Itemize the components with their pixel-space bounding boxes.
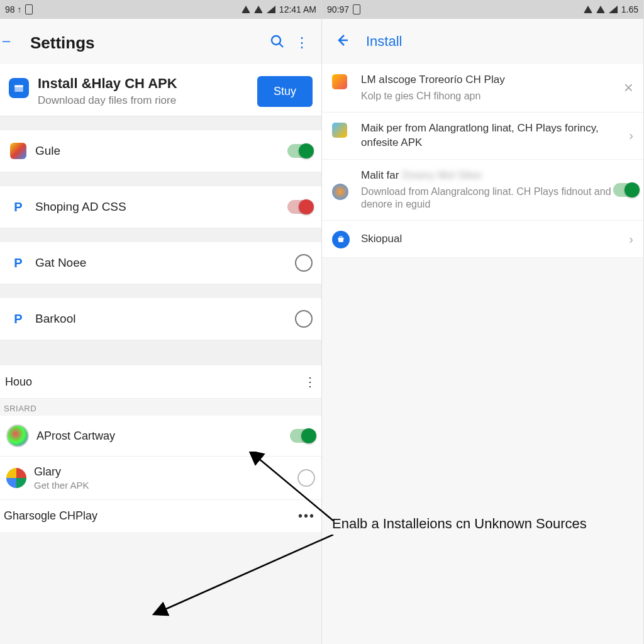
shop-icon: [332, 231, 350, 248]
battery-icon: [25, 4, 33, 14]
app-row-aprost[interactable]: AProst Cartway: [0, 416, 321, 457]
section-header-houo[interactable]: Houo ⋮: [0, 365, 321, 399]
install-row-0[interactable]: LM aIscoge Troreorío CH Play Kolp te gie…: [322, 64, 643, 113]
app-row-glary[interactable]: Glary Get ther APK: [0, 457, 321, 500]
annotation-text: Enalb a Installeions cn Unknown Sources: [332, 516, 587, 532]
back-icon[interactable]: –: [3, 33, 10, 49]
svg-point-0: [272, 36, 280, 45]
more-icon[interactable]: ⋮: [290, 30, 313, 56]
battery-icon: [353, 4, 360, 14]
chevron-right-icon: ›: [629, 232, 633, 247]
section-spacer: [0, 172, 321, 186]
row-label: Shoping AD CSS: [35, 200, 287, 214]
row-subtitle: Download from Alangralcong linat. CH Pla…: [361, 186, 613, 212]
section-spacer: [0, 284, 321, 298]
wifi-icon: [596, 6, 605, 13]
app-icon: P: [9, 309, 28, 328]
svg-line-1: [279, 43, 283, 47]
app-icon: [332, 184, 350, 201]
radio-button[interactable]: [297, 469, 315, 487]
status-time: 1.65: [621, 4, 638, 14]
wifi-icon: [254, 6, 263, 13]
app-subtitle: Get ther APK: [34, 480, 297, 491]
status-bar: 90:97 1.65: [322, 0, 643, 19]
apk-box-icon: [9, 78, 29, 98]
app-icon: P: [9, 197, 28, 216]
row-label: Gat Noee: [35, 256, 295, 270]
status-time: 12:41 AM: [279, 4, 316, 14]
category-label: SRIARD: [0, 399, 321, 416]
app-bar: Install: [322, 19, 643, 64]
row-title: Maik per from Alangratlong linat, CH Pla…: [361, 121, 624, 150]
install-row-1[interactable]: Maik per from Alangratlong linat, CH Pla…: [322, 113, 643, 160]
row-title: LM aIscoge Troreorío CH Play: [361, 73, 619, 87]
toggle-switch[interactable]: [287, 200, 313, 214]
toggle-switch[interactable]: [290, 429, 315, 443]
promo-title: Install &Hlay CH APK: [38, 75, 257, 92]
app-row-gharsogle[interactable]: Gharsogle CHPlay •••: [0, 500, 321, 532]
wifi-icon: [584, 6, 592, 13]
section-label: Houo: [5, 375, 304, 389]
section-spacer: [0, 228, 321, 242]
status-left: 98 ↑: [5, 4, 21, 14]
status-left: 90:97: [327, 4, 349, 14]
settings-row-gatnoee[interactable]: P Gat Noee: [0, 242, 321, 284]
cell-icon: [267, 6, 275, 13]
app-icon: [6, 425, 29, 447]
toggle-switch[interactable]: [613, 183, 638, 197]
app-icon: P: [9, 253, 28, 272]
chevron-right-icon: ›: [629, 128, 633, 143]
row-subtitle: Kolp te gies CH fihong apn: [361, 90, 619, 103]
section-spacer: [0, 340, 321, 365]
row-label: Gule: [35, 144, 287, 158]
promo-action-button[interactable]: Stuy: [257, 76, 313, 107]
app-icon: [6, 468, 26, 488]
app-icon: [9, 142, 28, 160]
back-icon[interactable]: [330, 28, 355, 55]
install-row-3[interactable]: Skiopual ›: [322, 221, 643, 258]
page-title: Install: [366, 33, 636, 50]
more-icon[interactable]: •••: [298, 509, 315, 523]
row-title: Malit far Downy Mol Siker: [361, 169, 613, 183]
row-title: Skiopual: [361, 232, 624, 247]
status-bar: 98 ↑ 12:41 AM: [0, 0, 321, 19]
settings-row-gule[interactable]: Gule: [0, 130, 321, 172]
app-name: AProst Cartway: [36, 430, 290, 443]
wifi-icon: [242, 6, 250, 13]
right-screenshot: 90:97 1.65 Install LM aIscoge Troreorío …: [322, 0, 644, 644]
app-icon: [332, 74, 350, 92]
search-icon[interactable]: [265, 29, 290, 57]
left-screenshot: 98 ↑ 12:41 AM – Settings ⋮ Install &Hlay…: [0, 0, 322, 644]
page-title: Settings: [30, 33, 265, 53]
promo-subtitle: Download day files from riore: [38, 94, 257, 107]
install-row-2[interactable]: Malit far Downy Mol Siker Download from …: [322, 160, 643, 221]
more-icon[interactable]: ⋮: [304, 374, 316, 389]
app-bar: – Settings ⋮: [0, 19, 321, 64]
section-spacer: [0, 116, 321, 130]
app-icon: [332, 123, 350, 140]
cell-icon: [609, 6, 618, 13]
app-name: Glary: [34, 465, 297, 479]
settings-row-shoping[interactable]: P Shoping AD CSS: [0, 186, 321, 228]
install-promo-row[interactable]: Install &Hlay CH APK Download day files …: [0, 64, 321, 116]
toggle-switch[interactable]: [287, 144, 313, 158]
radio-button[interactable]: [295, 254, 313, 272]
radio-button[interactable]: [295, 310, 313, 328]
settings-row-barkool[interactable]: P Barkool: [0, 298, 321, 340]
blank-area: [322, 258, 643, 644]
row-label: Barkool: [35, 312, 295, 326]
chevron-right-icon: ×: [624, 78, 633, 97]
app-name: Gharsogle CHPlay: [4, 509, 298, 523]
